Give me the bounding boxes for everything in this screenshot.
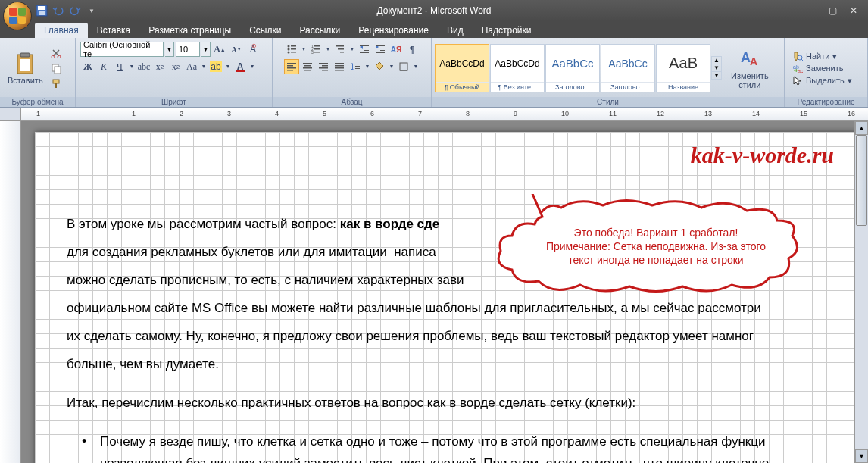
- align-right-icon[interactable]: [316, 59, 331, 74]
- svg-rect-44: [322, 65, 328, 67]
- svg-rect-13: [291, 45, 296, 47]
- office-button[interactable]: [3, 2, 32, 30]
- svg-text:ac: ac: [798, 68, 803, 74]
- numbering-dropdown[interactable]: ▼: [324, 42, 332, 57]
- format-painter-icon[interactable]: [49, 77, 63, 90]
- svg-rect-27: [360, 45, 369, 46]
- bullets-dropdown[interactable]: ▼: [300, 42, 308, 57]
- borders-icon[interactable]: [396, 59, 411, 74]
- cut-icon[interactable]: [49, 46, 63, 60]
- clear-formatting-icon[interactable]: A⊘: [245, 42, 261, 57]
- tab-Главная[interactable]: Главная: [35, 23, 88, 38]
- multilevel-list-icon[interactable]: [333, 42, 348, 57]
- find-button[interactable]: Найти ▾: [792, 51, 852, 61]
- increase-indent-icon[interactable]: [373, 42, 388, 57]
- sort-icon[interactable]: AЯ: [389, 42, 404, 57]
- svg-rect-26: [340, 52, 344, 53]
- tab-Рецензирование[interactable]: Рецензирование: [349, 23, 438, 38]
- style-¶ Обычный[interactable]: AaBbCcDd¶ Обычный: [435, 44, 489, 92]
- change-case-dropdown[interactable]: ▼: [200, 59, 208, 74]
- font-color-dropdown[interactable]: ▼: [248, 59, 256, 74]
- svg-text:3: 3: [311, 50, 314, 55]
- numbering-icon[interactable]: 123: [308, 42, 323, 57]
- change-styles-button[interactable]: AA Изменить стили: [726, 45, 773, 91]
- close-button[interactable]: ✕: [845, 5, 862, 17]
- tab-Разметка страницы[interactable]: Разметка страницы: [139, 23, 240, 38]
- svg-rect-29: [364, 50, 369, 51]
- svg-rect-4: [20, 53, 30, 57]
- styles-gallery-scroll[interactable]: ▲▼▾: [711, 56, 722, 80]
- tab-Рассылки[interactable]: Рассылки: [290, 23, 349, 38]
- svg-rect-54: [355, 68, 360, 69]
- underline-icon[interactable]: Ч: [112, 59, 127, 74]
- highlight-icon[interactable]: ab: [208, 59, 223, 74]
- paste-button[interactable]: Вставить: [3, 50, 48, 86]
- line-spacing-dropdown[interactable]: ▼: [364, 59, 371, 74]
- replace-button[interactable]: abacЗаменить: [792, 63, 852, 74]
- superscript-icon[interactable]: x2: [168, 59, 183, 74]
- scroll-down-button[interactable]: ▼: [855, 449, 868, 463]
- font-size-dropdown[interactable]: ▼: [201, 42, 211, 57]
- borders-dropdown[interactable]: ▼: [412, 59, 420, 74]
- scroll-thumb[interactable]: [856, 135, 867, 226]
- svg-text:A: A: [750, 55, 757, 67]
- style-Заголово...[interactable]: AaBbCcЗаголово...: [545, 44, 600, 92]
- line-spacing-icon[interactable]: [348, 59, 363, 74]
- font-name-dropdown[interactable]: ▼: [165, 42, 174, 57]
- shading-dropdown[interactable]: ▼: [388, 59, 395, 74]
- svg-rect-47: [335, 63, 344, 64]
- svg-rect-42: [304, 70, 311, 71]
- underline-dropdown[interactable]: ▼: [128, 59, 136, 74]
- font-color-icon[interactable]: A: [233, 59, 248, 74]
- svg-rect-43: [319, 63, 328, 64]
- bold-icon[interactable]: Ж: [80, 59, 95, 74]
- group-paragraph-label: Абзац: [273, 97, 431, 107]
- shrink-font-icon[interactable]: A▼: [229, 42, 244, 57]
- vertical-scrollbar[interactable]: ▲ ▼: [854, 121, 868, 463]
- undo-icon[interactable]: [52, 4, 65, 17]
- font-size-select[interactable]: 10: [176, 42, 200, 57]
- qat-dropdown-icon[interactable]: ▼: [85, 4, 98, 17]
- decrease-indent-icon[interactable]: [357, 42, 372, 57]
- shading-icon[interactable]: [372, 59, 387, 74]
- multilevel-dropdown[interactable]: ▼: [348, 42, 356, 57]
- styles-gallery[interactable]: AaBbCcDd¶ ОбычныйAaBbCcDd¶ Без инте...Aa…: [435, 44, 711, 92]
- copy-icon[interactable]: [49, 61, 63, 75]
- align-center-icon[interactable]: [300, 59, 315, 74]
- subscript-icon[interactable]: x2: [152, 59, 167, 74]
- font-name-select[interactable]: Calibri (Основной те: [80, 42, 164, 57]
- scroll-up-button[interactable]: ▲: [855, 121, 868, 135]
- svg-rect-35: [287, 63, 296, 64]
- ruler-vertical[interactable]: [0, 121, 21, 463]
- style-Название[interactable]: АаВНазвание: [656, 44, 710, 92]
- maximize-button[interactable]: ▢: [824, 5, 841, 17]
- tab-Вставка[interactable]: Вставка: [88, 23, 140, 38]
- bullets-icon[interactable]: [284, 42, 299, 57]
- minimize-button[interactable]: ─: [803, 5, 820, 17]
- italic-icon[interactable]: К: [96, 59, 111, 74]
- svg-rect-30: [360, 52, 369, 53]
- window-title: Документ2 - Microsoft Word: [376, 5, 491, 16]
- svg-rect-15: [291, 48, 296, 50]
- select-button[interactable]: Выделить ▾: [792, 75, 852, 86]
- strikethrough-icon[interactable]: abc: [136, 59, 151, 74]
- highlight-dropdown[interactable]: ▼: [224, 59, 232, 74]
- tab-Вид[interactable]: Вид: [438, 23, 473, 38]
- align-left-icon[interactable]: [284, 59, 299, 74]
- group-clipboard-label: Буфер обмена: [0, 97, 75, 107]
- svg-rect-40: [304, 65, 311, 67]
- save-icon[interactable]: [35, 4, 48, 17]
- show-marks-icon[interactable]: ¶: [404, 42, 420, 57]
- document-area[interactable]: В этом уроке мы рассмотрим частый вопрос…: [21, 121, 868, 463]
- tab-Надстройки[interactable]: Надстройки: [473, 23, 541, 38]
- justify-icon[interactable]: [332, 59, 347, 74]
- style-¶ Без инте...[interactable]: AaBbCcDd¶ Без инте...: [490, 44, 545, 92]
- change-case-icon[interactable]: Aa: [184, 59, 199, 74]
- style-Заголово...[interactable]: AaBbCcЗаголово...: [601, 44, 655, 92]
- ruler-horizontal[interactable]: 112345678910111213141516: [0, 108, 868, 121]
- tab-Ссылки[interactable]: Ссылки: [240, 23, 290, 38]
- svg-rect-39: [303, 63, 312, 64]
- grow-font-icon[interactable]: A▲: [212, 42, 227, 57]
- redo-icon[interactable]: [68, 4, 82, 17]
- svg-rect-1: [38, 6, 45, 10]
